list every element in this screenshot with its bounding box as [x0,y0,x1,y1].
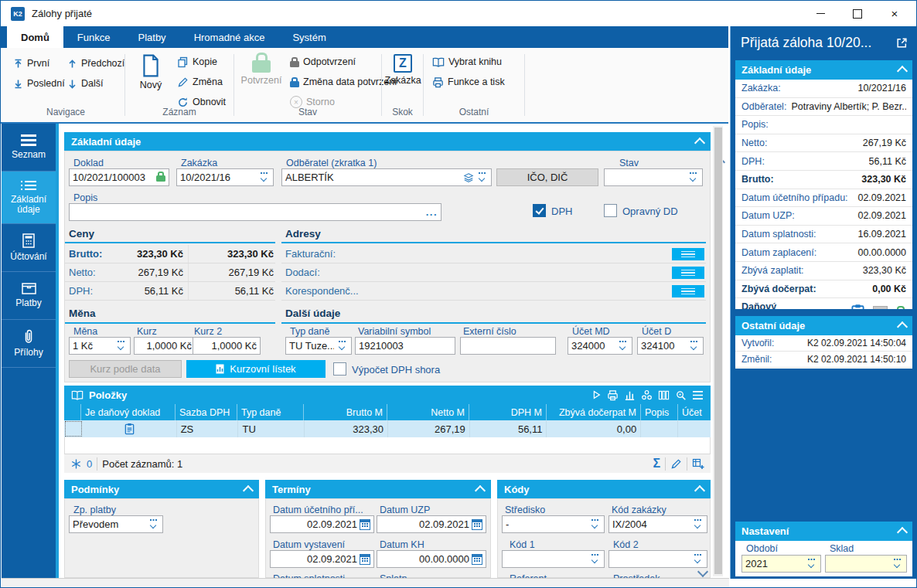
gray-square-icon[interactable] [873,306,888,309]
column-header[interactable]: Brutto M [304,404,387,420]
panel-card-header[interactable]: Základní údaje [735,60,912,80]
sidebar-item-seznam[interactable]: Seznam [2,124,56,172]
calendar-icon[interactable] [360,554,370,565]
doklad-field[interactable]: 10/2021/100003 [69,168,169,186]
dropdown-icon[interactable] [476,172,488,182]
kurz2-field[interactable]: 1,0000 Kč [193,337,261,355]
vertical-scrollbar[interactable] [713,126,723,576]
row-selector-cell[interactable] [65,421,82,437]
datum-uzp-field[interactable]: 02.09.2021 [377,515,486,533]
column-header[interactable]: Zbývá dočerpat M [547,404,641,420]
kurz-podle-data-button[interactable]: Kurz podle data [69,360,182,378]
datum-kh-field[interactable]: 00.00.0000 [377,550,486,568]
dropdown-icon[interactable] [589,519,601,529]
column-header[interactable]: Účet [678,404,711,420]
collapse-section-icon[interactable] [897,527,908,538]
snowflake-icon[interactable] [70,458,82,470]
kod1-field[interactable] [502,550,605,568]
play-icon[interactable] [591,389,602,400]
dropdown-icon[interactable] [891,559,903,569]
dalsi-button[interactable]: Další [67,76,103,91]
prvni-button[interactable]: První [13,56,49,71]
close-button[interactable]: × [876,1,913,26]
panel-card-header[interactable]: Ostatní údaje [735,316,912,335]
column-header[interactable]: Popis [641,404,678,420]
search-settings-icon[interactable] [675,389,687,401]
sidebar-item-platby[interactable]: Platby [2,272,56,320]
ico-dic-button[interactable]: IČO, DIČ [496,168,598,186]
tab-platby[interactable]: Platby [124,26,179,48]
popis-field[interactable]: ... [69,203,441,221]
column-header[interactable]: Typ daně [237,404,304,420]
mena-field[interactable]: 1 Kč [69,337,131,355]
scrollbar-thumb[interactable] [714,127,722,574]
variabilni-symbol-field[interactable]: 19210003 [355,337,455,355]
tab-domu[interactable]: Domů [7,26,63,48]
datum-ucetniho-pripadu-field[interactable]: 02.09.2021 [270,515,374,533]
posledni-button[interactable]: Poslední [13,76,65,91]
chart-icon[interactable] [624,389,636,401]
column-header[interactable]: Je daňový doklad [81,404,176,420]
kopie-button[interactable]: Kopie [177,54,217,70]
minimize-button[interactable] [802,1,839,26]
terminy-header[interactable]: Termíny [265,480,491,498]
calendar-icon[interactable] [360,519,370,530]
collapse-section-icon[interactable] [243,484,254,495]
externi-cislo-field[interactable] [460,337,556,355]
maximize-button[interactable] [839,1,876,26]
column-header[interactable]: Sazba DPH [176,404,237,420]
dropdown-icon[interactable] [687,172,699,182]
predchozi-button[interactable]: Předchozí [67,56,124,71]
vypocet-dph-checkbox[interactable] [333,362,346,376]
adresa-dodaci-button[interactable] [672,267,704,279]
adresa-korespondencni-button[interactable] [672,285,704,297]
calendar-icon[interactable] [472,519,482,530]
typ-dane-field[interactable]: TU Tuze... [285,337,352,355]
table-add-icon[interactable] [692,457,704,470]
ucet-md-field[interactable]: 324000 [568,337,632,355]
collapse-section-icon[interactable] [897,321,908,332]
dropdown-icon[interactable] [692,519,704,529]
dropdown-icon[interactable] [336,341,348,351]
collapse-section-icon[interactable] [694,137,705,148]
dropdown-icon[interactable] [589,554,601,564]
stredisko-field[interactable]: - [502,515,605,533]
column-header[interactable]: Netto M [387,404,469,420]
odpotvrzeni-button[interactable]: Odpotvrzení [290,54,356,70]
sklad-field[interactable] [825,555,907,573]
sidebar-item-zakladni-udaje[interactable]: Základní údaje [2,172,56,224]
dph-checkbox[interactable] [533,204,546,217]
dropdown-icon[interactable] [148,519,159,529]
sigma-icon[interactable]: Σ [653,457,660,471]
kod-zakazky-field[interactable]: IX/2004 [608,515,707,533]
clipboard-icon[interactable] [850,304,866,309]
kurz-field[interactable]: 1,0000 Kč [134,337,196,355]
tab-hromadne-akce[interactable]: Hromadné akce [180,26,279,48]
obdobi-field[interactable]: 2021 [741,555,821,573]
collapse-section-icon[interactable] [694,484,705,495]
adresa-fakturacni-button[interactable] [672,248,704,260]
more-button[interactable]: ... [426,206,438,218]
novy-button[interactable]: Nový [134,54,168,90]
stav-field[interactable] [604,168,703,186]
podminky-header[interactable]: Podmínky [64,480,259,498]
tab-funkce[interactable]: Funkce [63,26,124,48]
dropdown-icon[interactable] [115,341,127,351]
column-header[interactable]: DPH M [469,404,547,420]
open-external-icon[interactable] [896,37,908,49]
datum-vystaveni-field[interactable]: 02.09.2021 [270,550,374,568]
zmena-button[interactable]: Změna [177,74,223,90]
pencil-icon[interactable] [670,458,682,470]
collapse-section-icon[interactable] [475,484,486,495]
vybrat-knihu-button[interactable]: Vybrat knihu [432,54,502,70]
dropdown-icon[interactable] [692,554,704,564]
polozky-header[interactable]: Položky [64,386,711,404]
tab-system[interactable]: Systém [278,26,339,48]
stack-icon[interactable] [463,172,474,183]
table-row[interactable]: ZS TU 323,30 267,19 56,11 0,00 [64,420,711,437]
zp-platby-field[interactable]: Převodem [69,515,163,533]
collapse-section-icon[interactable] [897,66,908,76]
columns-icon[interactable] [658,389,670,401]
kod2-field[interactable] [608,550,707,568]
potvrzeni-button[interactable]: Potvrzení [239,53,284,86]
